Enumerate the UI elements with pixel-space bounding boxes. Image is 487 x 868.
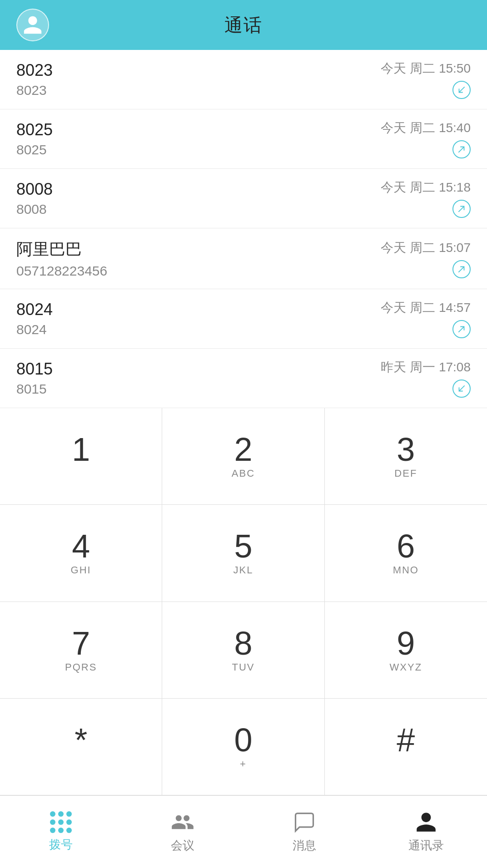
call-number: 8025 [16, 142, 53, 158]
call-number: 8024 [16, 322, 53, 337]
key-digit: 7 [72, 627, 90, 660]
call-item[interactable]: 8015 8015 昨天 周一 17:08 [0, 349, 487, 408]
dialpad-key-7[interactable]: 7 PQRS [0, 602, 162, 699]
call-item[interactable]: 阿里巴巴 057128223456 今天 周二 15:07 [0, 228, 487, 289]
call-item-meta: 今天 周二 15:50 [381, 60, 471, 99]
bottom-nav: 拨号 会议 消息 通讯录 [0, 795, 487, 868]
call-item-info: 8015 8015 [16, 360, 53, 397]
avatar[interactable] [16, 9, 49, 41]
call-list: 8023 8023 今天 周二 15:50 8025 8025 今天 周二 15… [0, 50, 487, 408]
call-item-meta: 昨天 周一 17:08 [381, 359, 471, 398]
outgoing-call-icon [452, 260, 471, 278]
key-letters: + [240, 758, 247, 770]
call-time: 今天 周二 15:18 [381, 179, 471, 196]
nav-item-messages[interactable]: 消息 [244, 796, 365, 868]
call-name: 8025 [16, 120, 53, 139]
key-digit: 2 [234, 433, 252, 466]
dialpad-key-5[interactable]: 5 JKL [162, 505, 324, 602]
incoming-call-icon [452, 380, 471, 398]
key-digit: 0 [234, 724, 252, 756]
header: 通话 [0, 0, 487, 50]
call-name: 8023 [16, 61, 53, 80]
call-item-info: 8008 8008 [16, 180, 53, 217]
call-item[interactable]: 8024 8024 今天 周二 14:57 [0, 289, 487, 349]
call-item[interactable]: 8025 8025 今天 周二 15:40 [0, 109, 487, 169]
call-item-info: 阿里巴巴 057128223456 [16, 238, 107, 279]
page-title: 通话 [224, 13, 263, 38]
key-digit: 6 [397, 530, 415, 562]
call-name: 8015 [16, 360, 53, 379]
dialpad-key-*[interactable]: * [0, 699, 162, 795]
messages-icon [293, 810, 316, 834]
key-digit: 4 [72, 530, 90, 562]
dialpad-key-0[interactable]: 0 + [162, 699, 324, 795]
call-item-meta: 今天 周二 15:18 [381, 179, 471, 218]
call-item-info: 8024 8024 [16, 300, 53, 337]
nav-label: 消息 [293, 838, 316, 853]
key-letters: WXYZ [390, 661, 422, 673]
key-letters: TUV [232, 661, 254, 673]
dialpad-key-#[interactable]: # [325, 699, 487, 795]
call-item-info: 8023 8023 [16, 61, 53, 98]
call-number: 8008 [16, 202, 53, 217]
call-item-meta: 今天 周二 14:57 [381, 299, 471, 338]
call-name: 8008 [16, 180, 53, 199]
outgoing-call-icon [452, 200, 471, 218]
nav-item-contacts[interactable]: 通讯录 [365, 796, 487, 868]
call-time: 今天 周二 15:07 [381, 239, 471, 256]
key-digit: 8 [234, 627, 252, 660]
key-digit: 9 [397, 627, 415, 660]
nav-label: 拨号 [49, 837, 73, 853]
call-number: 057128223456 [16, 263, 107, 279]
person-icon [22, 14, 44, 36]
nav-item-dialpad[interactable]: 拨号 [0, 796, 122, 868]
call-item[interactable]: 8008 8008 今天 周二 15:18 [0, 169, 487, 228]
dialpad-key-6[interactable]: 6 MNO [325, 505, 487, 602]
outgoing-call-icon [452, 140, 471, 158]
dialpad-key-1[interactable]: 1 [0, 408, 162, 505]
key-digit: 5 [234, 530, 252, 562]
call-number: 8015 [16, 381, 53, 397]
call-time: 昨天 周一 17:08 [381, 359, 471, 376]
key-letters: JKL [234, 564, 253, 576]
call-time: 今天 周二 15:50 [381, 60, 471, 77]
key-letters: GHI [71, 564, 91, 576]
dialpad-key-3[interactable]: 3 DEF [325, 408, 487, 505]
incoming-call-icon [452, 81, 471, 99]
call-item[interactable]: 8023 8023 今天 周二 15:50 [0, 50, 487, 109]
dialpad-key-8[interactable]: 8 TUV [162, 602, 324, 699]
call-name: 阿里巴巴 [16, 238, 107, 261]
key-letters: ABC [232, 468, 255, 479]
key-letters: MNO [393, 564, 419, 576]
dialpad-nav-icon [50, 811, 72, 833]
key-digit: 3 [397, 433, 415, 466]
call-time: 今天 周二 15:40 [381, 119, 471, 137]
call-item-meta: 今天 周二 15:07 [381, 239, 471, 278]
call-name: 8024 [16, 300, 53, 319]
nav-label: 会议 [171, 838, 194, 853]
key-letters: PQRS [65, 661, 97, 673]
dialpad: 1 2 ABC 3 DEF 4 GHI 5 JKL 6 MNO 7 PQRS 8… [0, 408, 487, 795]
key-digit: 1 [72, 433, 90, 466]
dialpad-key-9[interactable]: 9 WXYZ [325, 602, 487, 699]
key-digit: * [75, 724, 87, 756]
meeting-icon [171, 810, 194, 834]
key-letters: DEF [394, 468, 417, 479]
call-item-meta: 今天 周二 15:40 [381, 119, 471, 158]
contacts-icon [414, 810, 438, 834]
outgoing-call-icon [452, 320, 471, 338]
dialpad-key-4[interactable]: 4 GHI [0, 505, 162, 602]
call-time: 今天 周二 14:57 [381, 299, 471, 316]
nav-item-meeting[interactable]: 会议 [122, 796, 244, 868]
call-item-info: 8025 8025 [16, 120, 53, 158]
nav-label: 通讯录 [408, 838, 444, 853]
dialpad-key-2[interactable]: 2 ABC [162, 408, 324, 505]
key-digit: # [397, 724, 415, 756]
call-number: 8023 [16, 83, 53, 98]
